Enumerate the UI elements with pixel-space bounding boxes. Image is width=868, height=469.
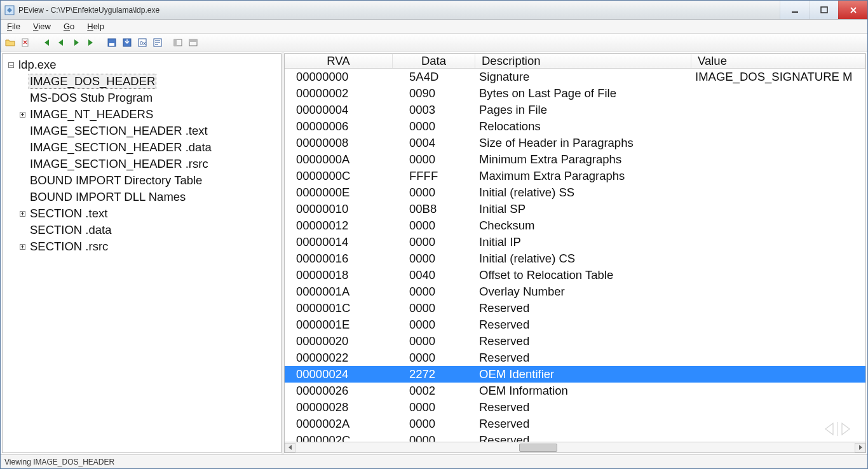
table-body[interactable]: 000000005A4DSignatureIMAGE_DOS_SIGNATURE…: [285, 69, 865, 442]
cell-data: 0000: [393, 285, 475, 299]
menu-help[interactable]: Help: [81, 20, 111, 33]
table-row[interactable]: 000000120000Checksum: [285, 217, 865, 234]
tree-label: BOUND IMPORT DLL Names: [29, 190, 187, 204]
table-row[interactable]: 000000280000Reserved: [285, 399, 865, 416]
table-row[interactable]: 000000040003Pages in File: [285, 102, 865, 118]
horizontal-scrollbar[interactable]: [285, 442, 865, 452]
menu-view[interactable]: View: [27, 20, 57, 33]
table-row[interactable]: 000000180040Offset to Relocation Table: [285, 267, 865, 283]
toolbar: 0x: [1, 34, 867, 51]
table-row[interactable]: 0000001C0000Reserved: [285, 300, 865, 316]
layout2-icon: [188, 37, 198, 48]
nav-last-button[interactable]: [85, 36, 98, 50]
tree-item-10[interactable]: SECTION .rsrc: [3, 238, 281, 255]
open-button[interactable]: [3, 36, 17, 50]
app-icon: [4, 5, 15, 15]
table-row[interactable]: 0000001000B8Initial SP: [285, 201, 865, 217]
cell-desc: Reserved: [475, 417, 691, 431]
hex-toggle-button[interactable]: 0x: [135, 36, 149, 50]
scroll-thumb[interactable]: [519, 444, 557, 452]
table-row[interactable]: 0000002A0000Reserved: [285, 416, 865, 432]
table-row[interactable]: 000000080004Size of Header in Paragraphs: [285, 135, 865, 151]
col-desc[interactable]: Description: [475, 54, 691, 68]
tree-item-1[interactable]: MS-DOS Stub Program: [3, 90, 281, 106]
tree-pane[interactable]: ldp.exeIMAGE_DOS_HEADERMS-DOS Stub Progr…: [2, 53, 281, 453]
table-row[interactable]: 000000242272OEM Identifier: [285, 366, 865, 383]
table-row[interactable]: 000000005A4DSignatureIMAGE_DOS_SIGNATURE…: [285, 69, 865, 85]
tree-item-8[interactable]: SECTION .text: [3, 205, 281, 222]
tree-item-7[interactable]: BOUND IMPORT DLL Names: [3, 189, 281, 205]
table-row[interactable]: 0000002C0000Reserved: [285, 432, 865, 442]
cell-rva: 00000008: [285, 136, 393, 150]
scroll-track[interactable]: [295, 443, 855, 452]
cell-desc: Reserved: [475, 433, 691, 442]
menubar: File View Go Help: [1, 20, 867, 34]
table-row[interactable]: 0000000A0000Minimum Extra Paragraphs: [285, 151, 865, 168]
cell-data: 0000: [393, 153, 475, 167]
nav-first-button[interactable]: [39, 36, 53, 50]
table-row[interactable]: 000000060000Relocations: [285, 118, 865, 135]
export-button[interactable]: [105, 36, 119, 50]
cell-data: 0000: [393, 301, 475, 315]
layout-1-button[interactable]: [171, 36, 185, 50]
table-row[interactable]: 0000000E0000Initial (relative) SS: [285, 184, 865, 201]
tree-label: SECTION .data: [29, 223, 113, 237]
tree-root[interactable]: ldp.exe: [3, 57, 281, 73]
table-row[interactable]: 000000260002OEM Information: [285, 383, 865, 399]
window-buttons: [780, 1, 867, 19]
tree-view[interactable]: ldp.exeIMAGE_DOS_HEADERMS-DOS Stub Progr…: [3, 54, 281, 255]
nav-next-button[interactable]: [69, 36, 83, 50]
cell-desc: Overlay Number: [475, 285, 691, 299]
import-button[interactable]: [120, 36, 134, 50]
tree-item-5[interactable]: IMAGE_SECTION_HEADER .rsrc: [3, 156, 281, 172]
minimize-icon: [791, 6, 799, 14]
titlebar[interactable]: PEview - C:\VP\EnfekteUygulama\ldp.exe: [1, 1, 867, 20]
expand-icon[interactable]: [18, 242, 27, 251]
col-rva[interactable]: RVA: [285, 54, 393, 68]
menu-file[interactable]: File: [1, 20, 27, 33]
cell-rva: 0000001A: [285, 285, 393, 299]
cell-desc: Initial (relative) CS: [475, 252, 691, 266]
scroll-right-button[interactable]: [855, 443, 865, 452]
maximize-button[interactable]: [809, 1, 838, 19]
table-row[interactable]: 000000220000Reserved: [285, 350, 865, 366]
table-row[interactable]: 000000020090Bytes on Last Page of File: [285, 85, 865, 102]
addr-toggle-button[interactable]: [151, 36, 165, 50]
cell-rva: 0000000E: [285, 186, 393, 200]
cell-rva: 00000020: [285, 334, 393, 348]
cell-data: 0000: [393, 252, 475, 266]
cell-desc: Reserved: [475, 318, 691, 332]
table-row[interactable]: 0000000CFFFFMaximum Extra Paragraphs: [285, 168, 865, 184]
close-file-button[interactable]: [18, 36, 32, 50]
close-button[interactable]: [838, 1, 867, 19]
nav-overlay: [818, 419, 857, 438]
cell-data: 0000: [393, 417, 475, 431]
table-row[interactable]: 000000200000Reserved: [285, 333, 865, 350]
tree-label: SECTION .rsrc: [29, 240, 109, 254]
col-data[interactable]: Data: [393, 54, 475, 68]
nav-prev-button[interactable]: [54, 36, 68, 50]
tree-item-4[interactable]: IMAGE_SECTION_HEADER .data: [3, 139, 281, 156]
col-value[interactable]: Value: [691, 54, 865, 68]
layout-2-button[interactable]: [186, 36, 200, 50]
hex-icon: 0x: [137, 37, 147, 48]
table-row[interactable]: 000000160000Initial (relative) CS: [285, 250, 865, 267]
collapse-icon[interactable]: [6, 60, 15, 69]
cell-data: 0000: [393, 186, 475, 200]
expand-icon[interactable]: [18, 110, 27, 119]
cell-data: 0090: [393, 86, 475, 100]
table-row[interactable]: 0000001E0000Reserved: [285, 316, 865, 333]
scroll-left-button[interactable]: [285, 443, 295, 452]
expand-icon[interactable]: [18, 209, 27, 218]
tree-item-6[interactable]: BOUND IMPORT Directory Table: [3, 172, 281, 189]
minimize-button[interactable]: [780, 1, 809, 19]
tree-item-0[interactable]: IMAGE_DOS_HEADER: [3, 73, 281, 90]
cell-rva: 00000006: [285, 119, 393, 133]
tree-item-9[interactable]: SECTION .data: [3, 222, 281, 238]
tree-spacer: [18, 226, 27, 234]
table-row[interactable]: 0000001A0000Overlay Number: [285, 283, 865, 300]
menu-go[interactable]: Go: [57, 20, 81, 33]
tree-item-2[interactable]: IMAGE_NT_HEADERS: [3, 106, 281, 123]
tree-item-3[interactable]: IMAGE_SECTION_HEADER .text: [3, 123, 281, 139]
table-row[interactable]: 000000140000Initial IP: [285, 234, 865, 250]
